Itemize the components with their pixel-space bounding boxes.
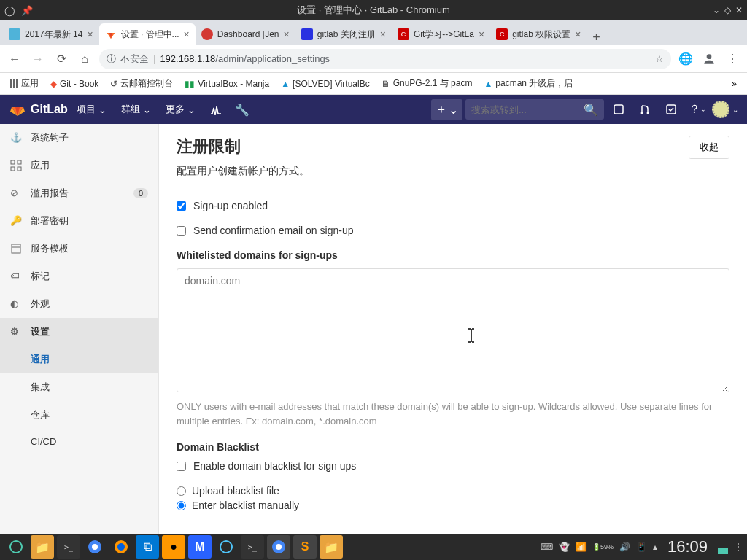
search-icon[interactable]: 🔍 — [584, 103, 598, 117]
sublime-running-icon[interactable]: S — [293, 535, 317, 559]
sidebar-applications[interactable]: 应用 — [0, 152, 158, 179]
bookmark-solved[interactable]: ▲[SOLVED] VirtualBc — [276, 76, 374, 92]
profile-icon[interactable] — [700, 50, 718, 68]
menu-icon[interactable]: ⋮ — [724, 50, 741, 68]
sidebar-labels[interactable]: 🏷 标记 — [0, 262, 158, 290]
issues-icon[interactable] — [607, 98, 630, 121]
enter-manually-radio[interactable] — [177, 501, 186, 510]
tab-2[interactable]: Dashboard [Jen × — [196, 23, 295, 45]
upload-file-row: Upload blacklist file — [177, 485, 729, 497]
bookmark-mail[interactable]: ↺云邮箱控制台 — [106, 74, 177, 93]
gitlab-search[interactable]: 🔍 — [465, 99, 604, 120]
sidebar-settings[interactable]: ⚙ 设置 — [0, 318, 158, 346]
clock[interactable]: 16:09 — [663, 537, 712, 556]
bookmark-git-book[interactable]: ◆Git - Book — [46, 76, 103, 92]
nav-projects[interactable]: 项目 ⌄ — [71, 103, 112, 116]
svg-rect-5 — [11, 160, 15, 164]
sidebar-sub-repository[interactable]: 仓库 — [0, 401, 158, 429]
nav-more[interactable]: 更多 ⌄ — [160, 103, 201, 116]
tab-5[interactable]: C gitlab 权限设置 × — [490, 23, 587, 45]
sidebar-appearance[interactable]: ◐ 外观 — [0, 290, 158, 318]
tab-close-icon[interactable]: × — [87, 28, 93, 40]
info-icon[interactable]: ⓘ — [107, 52, 116, 66]
enable-blacklist-checkbox[interactable] — [177, 462, 186, 471]
star-icon[interactable]: ☆ — [655, 53, 664, 64]
apps-button[interactable]: 应用 — [6, 74, 43, 93]
nav-groups[interactable]: 群组 ⌄ — [115, 103, 157, 116]
reload-button[interactable]: ⟳ — [53, 50, 70, 68]
nav-activity-icon[interactable] — [204, 98, 228, 121]
tab-3[interactable]: gitlab 关闭注册 × — [295, 23, 392, 45]
sidebar-sub-integrations[interactable]: 集成 — [0, 373, 158, 401]
bookmark-virtualbox[interactable]: ▮▮VirtualBox - Manja — [180, 76, 274, 92]
close-button[interactable]: ✕ — [735, 5, 743, 15]
bookmarks-overflow[interactable]: » — [727, 79, 741, 89]
file-manager-icon[interactable]: 📁 — [31, 535, 54, 559]
back-button[interactable]: ← — [6, 50, 23, 68]
sidebar-sub-general[interactable]: 通用 — [0, 346, 158, 373]
wifi-icon[interactable]: 📶 — [576, 542, 587, 552]
bookmark-gnupg[interactable]: 🗎GnuPG-2.1 与 pacm — [377, 74, 477, 93]
hook-icon: ⚓ — [10, 132, 22, 144]
home-button[interactable]: ⌂ — [76, 50, 93, 68]
badge-count: 0 — [133, 188, 148, 198]
activity-indicator — [718, 540, 728, 554]
new-dropdown[interactable]: ＋⌄ — [431, 99, 462, 120]
signup-enabled-checkbox[interactable] — [177, 201, 186, 211]
sidebar-deploy-keys[interactable]: 🔑 部署密钥 — [0, 207, 158, 235]
sidebar-service-templates[interactable]: 服务模板 — [0, 235, 158, 262]
sidebar-system-hooks[interactable]: ⚓ 系统钩子 — [0, 124, 158, 152]
upload-file-radio[interactable] — [177, 486, 186, 496]
user-avatar[interactable] — [712, 101, 729, 118]
merge-requests-icon[interactable] — [633, 98, 657, 121]
keyboard-icon[interactable]: ⌨ — [541, 542, 553, 552]
bookmark-pacman[interactable]: ▲pacman 升级后，启 — [479, 74, 577, 93]
tab-close-icon[interactable]: × — [479, 28, 484, 40]
collapse-section-button[interactable]: 收起 — [689, 136, 729, 159]
whitelist-textarea[interactable] — [177, 268, 729, 392]
sublime-icon[interactable]: ● — [162, 535, 185, 559]
nav-wrench-icon[interactable]: 🔧 — [231, 98, 254, 121]
chevron-down-icon[interactable]: ⌄ — [732, 106, 738, 114]
minimize-button[interactable]: ⌄ — [713, 5, 720, 15]
tray-arrow-icon[interactable]: ▴ — [653, 542, 657, 552]
terminal-icon-2[interactable]: >_ — [241, 535, 264, 559]
maximize-button[interactable]: ◇ — [724, 5, 731, 15]
send-confirmation-checkbox[interactable] — [177, 226, 186, 236]
chromium-running-icon[interactable] — [267, 535, 290, 559]
firefox-icon[interactable] — [109, 535, 133, 559]
search-input[interactable] — [471, 104, 584, 115]
terminal-icon-1[interactable]: >_ — [57, 535, 80, 559]
chromium-icon[interactable] — [83, 535, 107, 559]
section-header: 注册限制 收起 — [177, 136, 729, 159]
enter-manually-row: Enter blacklist manually — [177, 499, 729, 511]
tab-close-icon[interactable]: × — [575, 28, 581, 40]
tab-close-icon[interactable]: × — [380, 28, 386, 40]
file-manager-running-icon[interactable]: 📁 — [320, 535, 343, 559]
nav-label: 更多 — [166, 103, 185, 116]
tab-close-icon[interactable]: × — [184, 28, 190, 40]
tab-0[interactable]: 2017年最新 14 × — [3, 23, 99, 45]
forward-button[interactable]: → — [29, 50, 47, 68]
todos-icon[interactable] — [659, 98, 683, 121]
battery-icon[interactable]: 🔋59% — [592, 543, 614, 551]
ghost-icon[interactable]: 👻 — [559, 542, 570, 552]
menu-launcher[interactable] — [4, 535, 28, 559]
tab-1[interactable]: 设置 · 管理中... × — [99, 23, 196, 45]
sidebar-label: 系统钩子 — [31, 131, 69, 144]
address-bar[interactable]: ⓘ 不安全 | 192.168.1.18/admin/application_s… — [99, 49, 671, 69]
sidebar-sub-cicd[interactable]: CI/CD — [0, 429, 158, 454]
tab-close-icon[interactable]: × — [284, 28, 290, 40]
device-icon[interactable]: 📱 — [636, 542, 647, 552]
help-icon[interactable]: ？⌄ — [686, 98, 709, 121]
app-icon-m[interactable]: M — [188, 535, 212, 559]
gitlab-logo[interactable]: GitLab — [9, 101, 68, 118]
volume-icon[interactable]: 🔊 — [619, 542, 630, 552]
sidebar-abuse-reports[interactable]: ⊘ 滥用报告 0 — [0, 179, 158, 207]
app-icon-gear[interactable] — [214, 535, 238, 559]
vscode-icon[interactable]: ⧉ — [136, 535, 159, 559]
tab-4[interactable]: C Git学习-->GitLa × — [392, 23, 490, 45]
globe-icon[interactable]: 🌐 — [677, 50, 694, 68]
new-tab-button[interactable]: + — [587, 30, 606, 45]
tray-menu-icon[interactable]: ⋮ — [734, 542, 743, 552]
